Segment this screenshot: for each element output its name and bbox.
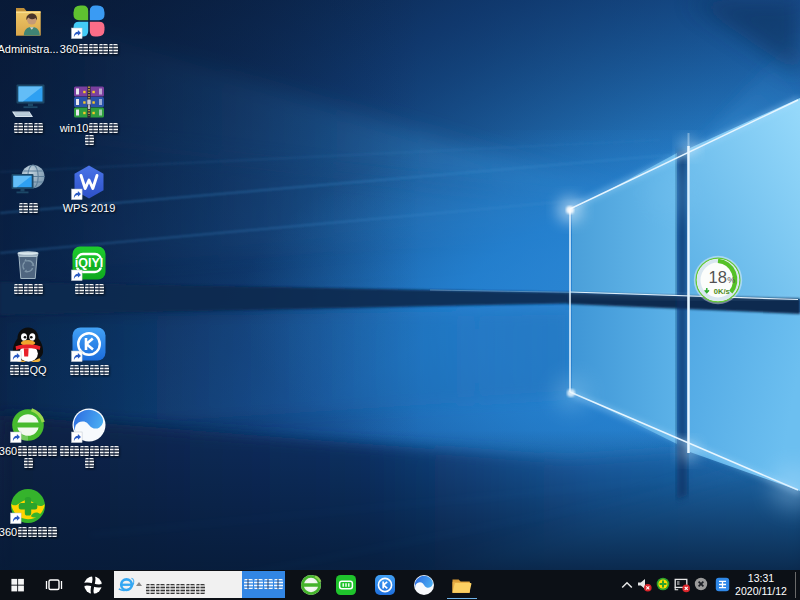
svg-text:0K/s: 0K/s: [714, 287, 730, 296]
svg-text:%: %: [727, 275, 735, 285]
svg-text:18: 18: [709, 268, 727, 286]
svg-text:iQIYI: iQIYI: [75, 256, 103, 270]
